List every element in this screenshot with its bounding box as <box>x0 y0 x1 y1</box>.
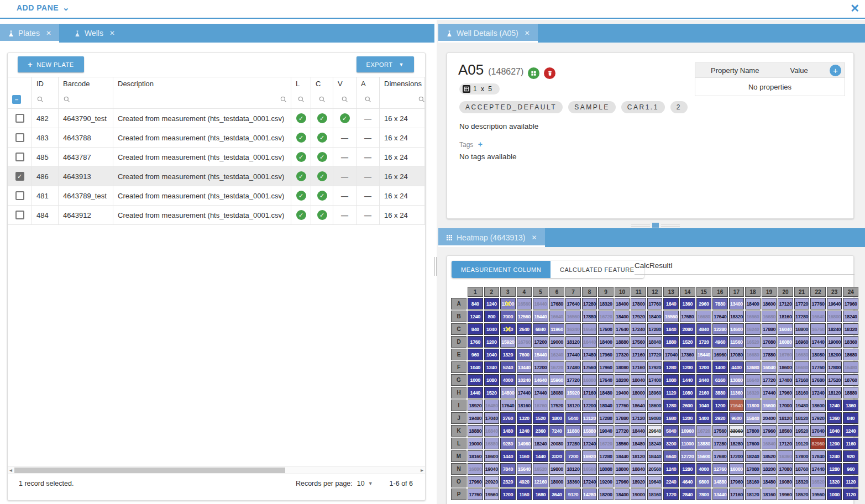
records-per-page-select[interactable]: 10 ▼ <box>357 480 373 487</box>
well-cell-D9[interactable]: 18400 <box>598 336 614 348</box>
well-cell-K1[interactable]: 18880 <box>468 425 483 437</box>
well-cell-F8[interactable]: 17560 <box>582 361 597 373</box>
filter-description[interactable] <box>113 90 291 108</box>
well-cell-D19[interactable]: 17080 <box>762 336 777 348</box>
well-cell-E20[interactable]: 16760 <box>778 349 793 360</box>
well-cell-C21[interactable]: 18800 <box>794 323 810 335</box>
well-cell-K15[interactable]: 16720 <box>696 425 712 437</box>
well-cell-A22[interactable]: 17760 <box>810 298 826 309</box>
well-cell-C23[interactable]: 18240 <box>827 323 842 335</box>
well-cell-H3[interactable]: 14800 <box>500 387 516 398</box>
well-cell-N2[interactable]: 19040 <box>484 463 500 475</box>
well-cell-M15[interactable]: 15600 <box>696 450 712 462</box>
well-cell-M12[interactable]: 18440 <box>647 450 663 462</box>
well-cell-C7[interactable]: 16240 <box>565 323 581 335</box>
well-cell-O2[interactable]: 20920 <box>484 476 500 487</box>
well-cell-O11[interactable]: 18920 <box>631 476 646 487</box>
well-cell-F14[interactable]: 1200 <box>680 361 695 373</box>
well-cell-B18[interactable]: 16560 <box>745 311 761 322</box>
well-cell-M6[interactable]: 3320 <box>549 450 565 462</box>
well-cell-G15[interactable]: 2440 <box>696 374 712 386</box>
well-cell-L14[interactable]: 11000 <box>680 438 695 449</box>
well-cell-J22[interactable]: 17920 <box>810 412 826 424</box>
well-cell-A16[interactable]: 7880 <box>712 298 728 309</box>
well-cell-B23[interactable]: 16800 <box>827 311 842 322</box>
well-cell-E1[interactable]: 960 <box>468 349 483 360</box>
well-cell-F5[interactable]: 17200 <box>533 361 548 373</box>
close-icon[interactable]: ✕ <box>525 29 530 37</box>
well-cell-E2[interactable]: 1040 <box>484 349 500 360</box>
well-cell-M18[interactable]: 18240 <box>745 450 761 462</box>
well-cell-N15[interactable]: 4000 <box>696 463 712 475</box>
well-cell-C19[interactable]: 17880 <box>762 323 777 335</box>
well-cell-B1[interactable]: 1240 <box>468 311 483 322</box>
well-cell-D17[interactable]: 11560 <box>729 336 745 348</box>
delete-icon[interactable] <box>544 67 555 79</box>
well-cell-I22[interactable]: 18600 <box>810 400 826 411</box>
tab-plates[interactable]: Plates ✕ <box>0 24 59 43</box>
well-cell-H14[interactable]: 1080 <box>680 387 695 398</box>
well-cell-F11[interactable]: 17160 <box>631 361 646 373</box>
filter-l[interactable] <box>291 90 311 108</box>
well-cell-A7[interactable]: 17640 <box>565 298 581 309</box>
well-cell-P24[interactable]: 1120 <box>843 489 858 500</box>
column-header-id[interactable]: ID <box>32 77 59 90</box>
well-cell-F24[interactable]: 16480 <box>843 361 858 373</box>
filter-v[interactable] <box>333 90 357 108</box>
well-cell-I19[interactable]: 15600 <box>762 400 777 411</box>
well-cell-G6[interactable]: 15960 <box>549 374 565 386</box>
well-cell-K11[interactable]: 18440 <box>631 425 646 437</box>
well-cell-H4[interactable]: 17440 <box>517 387 532 398</box>
well-cell-N22[interactable]: 17440 <box>810 463 826 475</box>
well-cell-M10[interactable]: 18440 <box>615 450 630 462</box>
filter-c[interactable] <box>311 90 333 108</box>
well-cell-G18[interactable]: 16640 <box>745 374 761 386</box>
well-cell-N8[interactable]: 16560 <box>582 463 597 475</box>
well-cell-C6[interactable]: 11960 <box>549 323 565 335</box>
well-cell-J4[interactable]: 1320 <box>517 412 532 424</box>
well-cell-P5[interactable]: 1680 <box>533 489 548 500</box>
well-cell-B13[interactable]: 15560 <box>663 311 679 322</box>
well-cell-M23[interactable]: 1240 <box>827 450 842 462</box>
row-checkbox[interactable] <box>8 109 32 128</box>
well-cell-L24[interactable]: 1160 <box>843 438 858 449</box>
well-cell-F10[interactable]: 18080 <box>615 361 630 373</box>
well-cell-K8[interactable]: 15880 <box>582 425 597 437</box>
tab-wells[interactable]: Wells ✕ <box>66 24 123 43</box>
well-cell-N16[interactable]: 12760 <box>712 463 728 475</box>
well-cell-P11[interactable]: 19000 <box>631 489 646 500</box>
well-cell-C13[interactable]: 1840 <box>663 323 679 335</box>
well-cell-C11[interactable]: 17240 <box>631 323 646 335</box>
well-cell-P8[interactable]: 14280 <box>582 489 597 500</box>
well-cell-H13[interactable]: 1120 <box>663 387 679 398</box>
well-cell-B22[interactable]: 16640 <box>810 311 826 322</box>
tab-heatmap[interactable]: Heatmap (4643913) ✕ <box>438 228 545 247</box>
well-cell-H21[interactable]: 18160 <box>794 387 810 398</box>
well-cell-G23[interactable]: 17520 <box>827 374 842 386</box>
well-cell-H20[interactable]: 17960 <box>778 387 793 398</box>
well-cell-G5[interactable]: 14640 <box>533 374 548 386</box>
well-cell-O21[interactable]: 18320 <box>794 476 810 487</box>
well-cell-A20[interactable]: 17120 <box>778 298 793 309</box>
well-cell-L9[interactable]: 16720 <box>598 438 614 449</box>
well-cell-M11[interactable]: 18120 <box>631 450 646 462</box>
well-cell-M22[interactable]: 17840 <box>810 450 826 462</box>
column-header-l[interactable]: L <box>291 77 311 90</box>
well-cell-M8[interactable]: 16920 <box>582 450 597 462</box>
table-row[interactable]: 4854643787Created from measurement (hts_… <box>8 148 425 167</box>
well-cell-M20[interactable]: 16360 <box>778 450 793 462</box>
well-cell-M17[interactable]: 17200 <box>729 450 745 462</box>
well-cell-J14[interactable]: 1200 <box>680 412 695 424</box>
table-row[interactable]: 4814643789_testCreated from measurement … <box>8 186 425 206</box>
well-cell-O3[interactable]: 2320 <box>500 476 516 487</box>
well-cell-G1[interactable]: 1000 <box>468 374 483 386</box>
feature-select[interactable]: CalcResultI <box>635 261 854 275</box>
well-cell-B15[interactable]: 16680 <box>696 311 712 322</box>
well-cell-E12[interactable]: 17720 <box>647 349 663 360</box>
row-checkbox[interactable] <box>8 206 32 224</box>
well-cell-B9[interactable]: 16720 <box>598 311 614 322</box>
well-cell-C15[interactable]: 4840 <box>696 323 712 335</box>
measurement-column-button[interactable]: MEASUREMENT COLUMN <box>452 261 551 278</box>
well-cell-C20[interactable]: 16040 <box>778 323 793 335</box>
well-cell-E11[interactable]: 17160 <box>631 349 646 360</box>
